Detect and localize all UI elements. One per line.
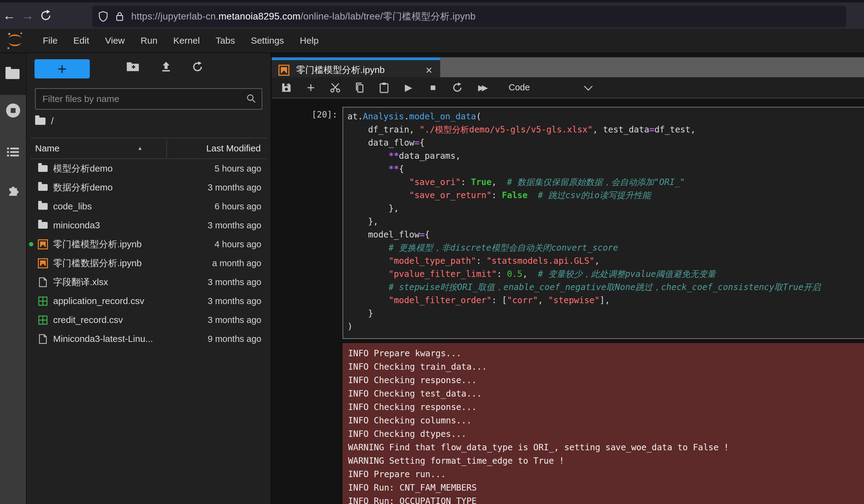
- code-line: # 更换模型，非discrete模型会自动关闭convert_score: [347, 241, 864, 254]
- cut-cells-button[interactable]: [330, 82, 341, 93]
- puzzle-icon: [6, 185, 20, 200]
- file-row[interactable]: 零门槛数据分析.ipynba month ago: [27, 254, 271, 273]
- browser-forward-button[interactable]: →: [18, 9, 37, 22]
- filter-files-box: [35, 88, 262, 110]
- file-name: 零门槛模型分析.ipynb: [53, 238, 142, 251]
- new-folder-icon: [126, 61, 140, 72]
- code-line: "save_ori": True, # 数据集仅保留原始数据，会自动添加"ORI…: [347, 176, 864, 189]
- refresh-icon: [192, 61, 203, 73]
- screen: ← → https://jupyterlab-cn.metanoia8295.c…: [0, 0, 864, 504]
- sidebar-tab-extensions[interactable]: [0, 185, 26, 200]
- refresh-files-button[interactable]: [192, 61, 203, 73]
- file-modified: a month ago: [212, 258, 261, 268]
- code-line: "model_type_path": "statsmodels.api.GLS"…: [347, 254, 864, 267]
- code-line: at.Analysis.model_on_data(: [347, 110, 864, 123]
- file-row[interactable]: code_libs6 hours ago: [27, 197, 271, 216]
- jupyterlab-menubar: FileEditViewRunKernelTabsSettingsHelp: [0, 29, 864, 53]
- file-row[interactable]: credit_record.csv3 months ago: [27, 311, 271, 329]
- folder-icon: [38, 222, 48, 229]
- menu-items: FileEditViewRunKernelTabsSettingsHelp: [35, 35, 327, 46]
- menu-item-view[interactable]: View: [97, 35, 132, 46]
- new-folder-button[interactable]: [126, 61, 140, 72]
- notebook-area: 零门槛模型分析.ipynb × +: [272, 53, 864, 504]
- file-row[interactable]: 模型分析demo5 hours ago: [27, 159, 271, 178]
- log-line: INFO Run: CNT_FAM_MEMBERS: [348, 481, 864, 494]
- cell-input-prompt: [20]:: [272, 110, 337, 120]
- upload-button[interactable]: [160, 61, 172, 73]
- column-divider: [166, 139, 167, 158]
- menu-item-tabs[interactable]: Tabs: [208, 35, 243, 46]
- filter-files-input[interactable]: [36, 93, 246, 105]
- browser-toolbar: ← → https://jupyterlab-cn.metanoia8295.c…: [0, 2, 864, 29]
- column-header-name[interactable]: Name: [35, 143, 60, 154]
- interrupt-kernel-button[interactable]: ■: [428, 83, 439, 92]
- notebook-content: [20]: at.Analysis.model_on_data( df_trai…: [272, 99, 864, 504]
- file-icon: [39, 334, 47, 344]
- restart-kernel-button[interactable]: [452, 82, 463, 93]
- file-row[interactable]: 字段翻译.xlsx3 months ago: [27, 273, 271, 291]
- browser-back-button[interactable]: ←: [0, 9, 18, 22]
- code-line: "pvalue_filter_limit": 0.5, # 变量较少，此处调整p…: [347, 267, 864, 280]
- insert-cell-button[interactable]: +: [305, 81, 316, 94]
- notebook-toolbar: +: [272, 77, 864, 99]
- folder-icon: [38, 184, 48, 191]
- menu-item-settings[interactable]: Settings: [243, 35, 292, 46]
- sidebar-tab-filebrowser[interactable]: [0, 53, 26, 95]
- menu-item-kernel[interactable]: Kernel: [166, 35, 208, 46]
- lock-icon[interactable]: [116, 11, 124, 22]
- menu-item-edit[interactable]: Edit: [65, 35, 97, 46]
- sidebar-tab-table-of-contents[interactable]: [0, 146, 26, 157]
- copy-icon: [355, 82, 365, 93]
- file-name: miniconda3: [53, 220, 100, 230]
- upload-icon: [160, 61, 172, 73]
- cell-type-dropdown[interactable]: Code: [509, 82, 530, 93]
- folder-icon: [38, 165, 48, 172]
- menu-item-file[interactable]: File: [35, 35, 65, 46]
- jupyter-logo-icon: [5, 31, 24, 51]
- save-button[interactable]: [281, 82, 292, 93]
- copy-cells-button[interactable]: [354, 82, 365, 93]
- dock-tab-bar: 零门槛模型分析.ipynb ×: [272, 57, 864, 77]
- code-line: **data_params,: [347, 149, 864, 163]
- tab-bar-empty-space: [440, 57, 864, 77]
- chevron-down-icon[interactable]: [584, 82, 592, 91]
- refresh-icon: [40, 10, 52, 22]
- new-launcher-button[interactable]: +: [35, 59, 90, 79]
- log-line: INFO Prepare run...: [348, 468, 864, 481]
- file-row[interactable]: Miniconda3-latest-Linu...9 months ago: [27, 329, 271, 348]
- code-cell-editor[interactable]: at.Analysis.model_on_data( df_train, "./…: [343, 107, 864, 339]
- code-line: df_train, "./模型分析demo/v5-gls/v5-gls.xlsx…: [347, 123, 864, 136]
- code-line: "save_or_return": False # 跳过csv的io读写提升性能: [347, 189, 864, 202]
- breadcrumb-root[interactable]: /: [51, 116, 54, 127]
- shield-icon[interactable]: [98, 11, 108, 22]
- run-cell-button[interactable]: ▶: [403, 83, 414, 92]
- file-row[interactable]: 数据分析demo3 months ago: [27, 178, 271, 197]
- sidebar-strip: [0, 53, 27, 504]
- browser-refresh-button[interactable]: [37, 10, 55, 22]
- file-row[interactable]: application_record.csv3 months ago: [27, 291, 271, 311]
- browser-url-bar[interactable]: https://jupyterlab-cn.metanoia8295.com/o…: [92, 6, 846, 27]
- sort-ascending-icon: ▲: [137, 145, 143, 152]
- restart-run-all-button[interactable]: ▶▶: [476, 84, 490, 92]
- file-row[interactable]: 零门槛模型分析.ipynb4 hours ago: [27, 235, 271, 254]
- column-header-modified[interactable]: Last Modified: [206, 143, 261, 154]
- tab-title: 零门槛模型分析.ipynb: [296, 64, 385, 76]
- file-name: 模型分析demo: [53, 163, 113, 175]
- code-line: # stepwise时按ORI_取值，enable_coef_negative取…: [347, 280, 864, 294]
- log-line: INFO Checking test_data...: [348, 387, 864, 400]
- menu-item-help[interactable]: Help: [292, 35, 327, 46]
- log-line: INFO Checking dtypes...: [348, 428, 864, 441]
- file-row[interactable]: miniconda33 months ago: [27, 216, 271, 235]
- restart-icon: [452, 82, 463, 93]
- file-list: 模型分析demo5 hours ago数据分析demo3 months agoc…: [27, 159, 271, 348]
- kernel-running-indicator: [29, 242, 33, 247]
- paste-cells-button[interactable]: [379, 82, 389, 93]
- close-tab-icon[interactable]: ×: [425, 64, 432, 76]
- menu-item-run[interactable]: Run: [133, 35, 166, 46]
- home-folder-icon[interactable]: [35, 118, 46, 125]
- code-line: }: [347, 307, 864, 320]
- file-modified: 3 months ago: [208, 315, 261, 325]
- sidebar-tab-running-sessions[interactable]: [0, 104, 26, 118]
- notebook-tab[interactable]: 零门槛模型分析.ipynb ×: [272, 57, 440, 80]
- folder-icon: [5, 69, 20, 79]
